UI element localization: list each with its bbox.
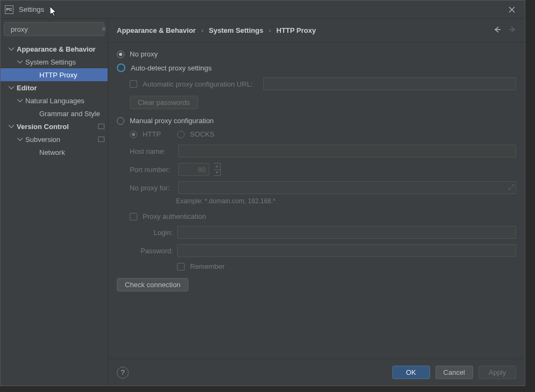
settings-dialog: PC Settings ✕ Appearance & Behavior xyxy=(0,0,525,386)
input-port xyxy=(178,163,209,176)
noproxy-example: Example: *.domain.com, 192.168.* xyxy=(176,197,516,205)
check-remember: Remember xyxy=(177,262,516,270)
check-connection-button[interactable]: Check connection xyxy=(117,278,188,291)
ok-button[interactable]: OK xyxy=(392,366,430,379)
tree-version-control[interactable]: Version Control xyxy=(1,120,108,133)
radio-icon xyxy=(117,63,125,72)
tree-appearance-behavior[interactable]: Appearance & Behavior xyxy=(1,42,108,55)
crumb-appearance[interactable]: Appearance & Behavior xyxy=(117,26,196,34)
input-password xyxy=(177,244,516,257)
tree-http-proxy[interactable]: HTTP Proxy xyxy=(1,68,108,81)
chevron-down-icon xyxy=(8,123,15,130)
label-no-proxy: No proxy xyxy=(130,50,158,58)
label-login: Login: xyxy=(140,229,173,237)
tree-network[interactable]: Network xyxy=(1,146,108,159)
footer: ? OK Cancel Apply xyxy=(108,359,525,386)
radio-no-proxy[interactable]: No proxy xyxy=(117,50,516,58)
checkbox-icon xyxy=(130,213,137,220)
check-proxy-auth: Proxy authentication xyxy=(130,212,516,220)
titlebar: PC Settings xyxy=(1,1,525,19)
clear-search-icon[interactable]: ✕ xyxy=(101,25,107,33)
cancel-button[interactable]: Cancel xyxy=(435,366,473,379)
radio-icon xyxy=(117,51,124,58)
tree-natural-languages[interactable]: Natural Languages xyxy=(1,94,108,107)
checkbox-icon xyxy=(130,80,137,88)
crumb-system-settings[interactable]: System Settings xyxy=(209,26,263,34)
input-host xyxy=(178,145,516,158)
breadcrumb: Appearance & Behavior › System Settings … xyxy=(108,19,525,42)
label-remember: Remember xyxy=(190,262,224,270)
tree-system-settings[interactable]: System Settings xyxy=(1,55,108,68)
clear-passwords-button: Clear passwords xyxy=(130,96,198,109)
radio-auto-detect[interactable]: Auto-detect proxy settings xyxy=(117,63,516,72)
label-password: Password: xyxy=(140,247,173,255)
label-auto-url: Automatic proxy configuration URL: xyxy=(143,80,252,88)
main-panel: Appearance & Behavior › System Settings … xyxy=(108,19,525,386)
label-noproxy: No proxy for: xyxy=(130,184,174,192)
checkbox-icon xyxy=(177,263,185,270)
chevron-right-icon: › xyxy=(201,26,203,34)
project-badge-icon xyxy=(98,124,104,129)
chevron-down-icon xyxy=(17,59,23,65)
tree-subversion[interactable]: Subversion xyxy=(1,133,108,146)
settings-tree: Appearance & Behavior System Settings HT… xyxy=(1,40,108,386)
close-button[interactable] xyxy=(503,2,520,17)
tree-editor[interactable]: Editor xyxy=(1,81,108,94)
search-box: ✕ xyxy=(4,22,104,36)
chevron-right-icon: › xyxy=(269,26,271,34)
close-icon xyxy=(509,6,515,13)
sidebar: ✕ Appearance & Behavior System Settings … xyxy=(1,19,108,386)
nav-forward-button xyxy=(509,26,516,35)
label-proxy-auth: Proxy authentication xyxy=(143,212,206,220)
check-auto-url: Automatic proxy configuration URL: xyxy=(130,77,516,90)
expand-icon xyxy=(509,183,514,191)
search-input[interactable] xyxy=(11,25,101,33)
label-port: Port number: xyxy=(130,166,174,174)
radio-manual[interactable]: Manual proxy configuration xyxy=(117,117,516,125)
radio-http: HTTP xyxy=(130,130,161,138)
nav-back-button[interactable] xyxy=(494,26,501,35)
help-button[interactable]: ? xyxy=(117,367,129,379)
label-host: Host name: xyxy=(130,147,174,155)
content-area: No proxy Auto-detect proxy settings Auto… xyxy=(108,42,525,359)
arrow-left-icon xyxy=(494,26,501,33)
radio-socks: SOCKS xyxy=(177,130,215,138)
apply-button: Apply xyxy=(478,366,516,379)
radio-icon xyxy=(117,117,124,125)
chevron-up-icon xyxy=(214,163,220,170)
input-noproxy xyxy=(178,181,516,194)
chevron-down-icon xyxy=(8,46,15,52)
crumb-http-proxy: HTTP Proxy xyxy=(277,26,316,34)
label-http: HTTP xyxy=(143,130,161,138)
radio-icon xyxy=(130,131,137,138)
chevron-down-icon xyxy=(8,84,15,91)
project-badge-icon xyxy=(98,137,104,142)
input-auto-url xyxy=(263,77,516,90)
radio-icon xyxy=(177,131,185,138)
label-socks: SOCKS xyxy=(190,130,215,138)
input-login xyxy=(177,226,516,239)
titlebar-title: Settings xyxy=(19,5,44,13)
label-auto-detect: Auto-detect proxy settings xyxy=(131,64,212,72)
chevron-down-icon xyxy=(214,170,220,176)
tree-grammar-style[interactable]: Grammar and Style xyxy=(1,107,108,120)
chevron-down-icon xyxy=(17,136,23,142)
arrow-right-icon xyxy=(509,26,516,33)
app-icon: PC xyxy=(5,5,13,14)
port-spinner xyxy=(214,163,221,176)
chevron-down-icon xyxy=(17,97,23,104)
label-manual: Manual proxy configuration xyxy=(130,117,214,125)
